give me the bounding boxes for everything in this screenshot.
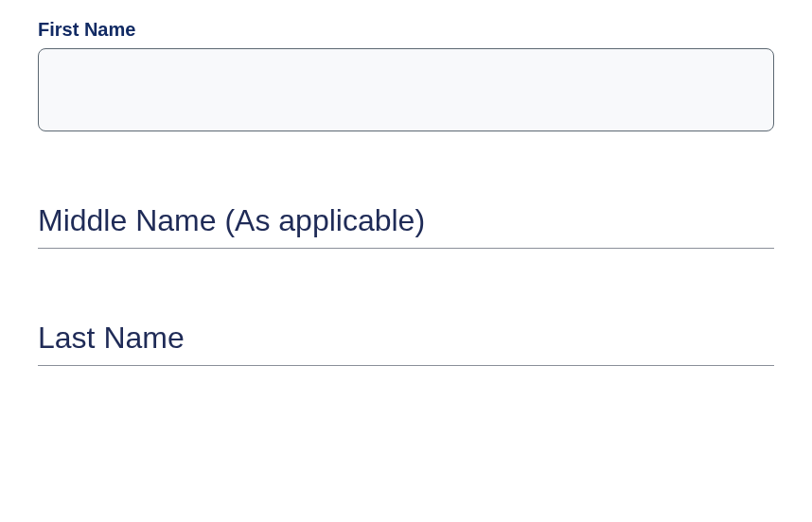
- first-name-input[interactable]: [38, 48, 774, 131]
- first-name-label: First Name: [38, 19, 774, 41]
- middle-name-input[interactable]: [38, 198, 774, 249]
- last-name-group: [38, 315, 774, 366]
- first-name-group: First Name: [38, 19, 774, 131]
- last-name-input[interactable]: [38, 315, 774, 366]
- middle-name-group: [38, 198, 774, 249]
